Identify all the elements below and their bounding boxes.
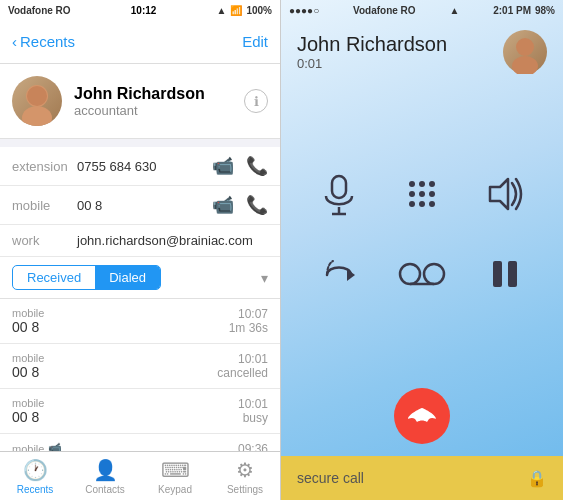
call-info: mobile 00 8 <box>12 397 44 425</box>
svg-marker-17 <box>490 179 508 209</box>
mute-button[interactable] <box>314 169 364 219</box>
status-bar-left: Vodafone RO 10:12 ▲ 📶 100% <box>0 0 280 20</box>
contact-card: John Richardson accountant ℹ <box>0 64 280 139</box>
tab-keypad[interactable]: ⌨ Keypad <box>140 458 210 495</box>
call-item[interactable]: mobile 00 8 10:01 busy <box>0 389 280 434</box>
controls-row-2 <box>297 249 547 299</box>
chevron-left-icon: ‹ <box>12 33 17 50</box>
right-call-timer: 0:01 <box>297 56 493 71</box>
svg-rect-5 <box>332 176 346 198</box>
dialed-button[interactable]: Dialed <box>95 266 160 289</box>
filter-chevron-icon[interactable]: ▾ <box>261 270 268 286</box>
tab-settings[interactable]: ⚙ Settings <box>210 458 280 495</box>
call-number: 00 8 <box>12 364 44 380</box>
call-time: 10:07 <box>229 307 268 321</box>
extension-row: extension 0755 684 630 📹 📞 <box>0 147 280 186</box>
call-history-list: mobile 00 8 10:07 1m 36s mobile 00 8 10:… <box>0 299 280 451</box>
tab-contacts[interactable]: 👤 Contacts <box>70 458 140 495</box>
svg-point-8 <box>409 181 415 187</box>
call-type: mobile <box>12 397 44 409</box>
call-meta: 10:01 cancelled <box>217 352 268 380</box>
back-label: Recents <box>20 33 75 50</box>
contact-name: John Richardson <box>74 85 232 103</box>
right-status-right: 2:01 PM 98% <box>493 5 555 16</box>
call-item[interactable]: mobile 00 8 10:07 1m 36s <box>0 299 280 344</box>
right-battery: 98% <box>535 5 555 16</box>
flip-camera-button[interactable] <box>314 249 364 299</box>
call-duration: busy <box>238 411 268 425</box>
call-type: mobile <box>12 352 44 364</box>
back-button[interactable]: ‹ Recents <box>12 33 75 50</box>
video-call-mobile-icon[interactable]: 📹 <box>212 194 234 216</box>
contact-details: extension 0755 684 630 📹 📞 mobile 00 8 📹… <box>0 147 280 257</box>
speaker-button[interactable] <box>480 169 530 219</box>
call-info: mobile 00 8 <box>12 307 44 335</box>
call-type-label: mobile <box>12 443 44 452</box>
avatar <box>12 76 62 126</box>
edit-button[interactable]: Edit <box>242 33 268 50</box>
svg-rect-23 <box>508 261 517 287</box>
call-info: mobile 📹 00 8 <box>12 442 62 451</box>
info-button[interactable]: ℹ <box>244 89 268 113</box>
svg-rect-22 <box>493 261 502 287</box>
call-item[interactable]: mobile 00 8 10:01 cancelled <box>0 344 280 389</box>
battery-label: 100% <box>246 5 272 16</box>
video-indicator-icon: 📹 <box>48 442 62 451</box>
settings-icon: ⚙ <box>236 458 254 482</box>
call-time: 10:01 <box>238 397 268 411</box>
carrier-label: Vodafone RO <box>8 5 71 16</box>
end-call-button[interactable] <box>394 388 450 444</box>
work-value: john.richardson@brainiac.com <box>77 233 268 248</box>
tab-settings-label: Settings <box>227 484 263 495</box>
tab-recents-label: Recents <box>17 484 54 495</box>
svg-point-12 <box>419 191 425 197</box>
nav-bar: ‹ Recents Edit <box>0 20 280 64</box>
svg-point-2 <box>27 86 47 106</box>
call-type-label: mobile <box>12 352 44 364</box>
hold-button[interactable] <box>480 249 530 299</box>
svg-point-4 <box>512 56 538 74</box>
tab-keypad-label: Keypad <box>158 484 192 495</box>
svg-point-20 <box>424 264 444 284</box>
right-contact-info: John Richardson 0:01 <box>297 33 493 71</box>
right-panel: ●●●●○ Vodafone RO ▲ 2:01 PM 98% John Ric… <box>281 0 563 500</box>
svg-point-13 <box>429 191 435 197</box>
keypad-button[interactable] <box>397 169 447 219</box>
call-meta: 09:36 13 seconds <box>207 442 268 451</box>
right-avatar <box>503 30 547 74</box>
wifi-icon: 📶 <box>230 5 242 16</box>
recents-icon: 🕐 <box>23 458 48 482</box>
end-call-area <box>281 388 563 456</box>
tab-contacts-label: Contacts <box>85 484 124 495</box>
signal-icon: ▲ <box>217 5 227 16</box>
contact-info: John Richardson accountant <box>74 85 232 118</box>
mobile-label: mobile <box>12 198 77 213</box>
call-duration: cancelled <box>217 366 268 380</box>
received-button[interactable]: Received <box>13 266 95 289</box>
call-meta: 10:07 1m 36s <box>229 307 268 335</box>
call-filter-toggle: Received Dialed <box>12 265 161 290</box>
call-duration: 1m 36s <box>229 321 268 335</box>
voicemail-button[interactable] <box>397 249 447 299</box>
tab-recents[interactable]: 🕐 Recents <box>0 458 70 495</box>
right-time: 2:01 PM <box>493 5 531 16</box>
extension-label: extension <box>12 159 77 174</box>
time-label: 10:12 <box>131 5 157 16</box>
call-type: mobile <box>12 307 44 319</box>
left-panel: Vodafone RO 10:12 ▲ 📶 100% ‹ Recents Edi… <box>0 0 281 500</box>
phone-call-icon[interactable]: 📞 <box>246 155 268 177</box>
call-info: mobile 00 8 <box>12 352 44 380</box>
signal-dots: ●●●●○ <box>289 5 319 16</box>
call-number: 00 8 <box>12 319 44 335</box>
call-item[interactable]: mobile 📹 00 8 09:36 13 seconds <box>0 434 280 451</box>
lock-icon: 🔒 <box>527 469 547 488</box>
mobile-value: 00 8 <box>77 198 212 213</box>
toggle-row: Received Dialed ▾ <box>0 257 280 299</box>
mobile-actions: 📹 📞 <box>212 194 268 216</box>
svg-point-11 <box>409 191 415 197</box>
status-icons: ▲ 📶 100% <box>217 5 272 16</box>
video-call-icon[interactable]: 📹 <box>212 155 234 177</box>
svg-point-3 <box>516 38 534 56</box>
phone-call-mobile-icon[interactable]: 📞 <box>246 194 268 216</box>
extension-value: 0755 684 630 <box>77 159 212 174</box>
